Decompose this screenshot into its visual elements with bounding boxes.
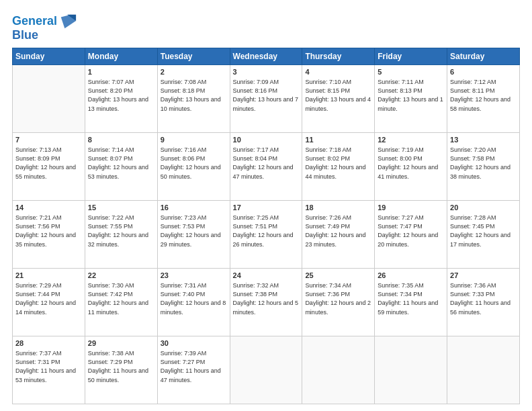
calendar-cell: 11Sunrise: 7:18 AMSunset: 8:02 PMDayligh… bbox=[302, 133, 375, 201]
cell-content: Sunrise: 7:08 AMSunset: 8:18 PMDaylight:… bbox=[161, 78, 227, 113]
calendar-cell: 8Sunrise: 7:14 AMSunset: 8:07 PMDaylight… bbox=[85, 133, 157, 201]
cell-content: Sunrise: 7:28 AMSunset: 7:45 PMDaylight:… bbox=[450, 214, 517, 248]
day-number: 25 bbox=[305, 271, 371, 281]
day-number: 9 bbox=[161, 135, 227, 145]
day-number: 2 bbox=[161, 67, 227, 77]
weekday-header-friday: Friday bbox=[375, 48, 447, 65]
calendar-cell: 14Sunrise: 7:21 AMSunset: 7:56 PMDayligh… bbox=[13, 201, 85, 269]
calendar-cell bbox=[375, 336, 447, 404]
week-row-3: 21Sunrise: 7:29 AMSunset: 7:44 PMDayligh… bbox=[13, 269, 520, 336]
weekday-header-saturday: Saturday bbox=[447, 48, 520, 65]
cell-content: Sunrise: 7:34 AMSunset: 7:36 PMDaylight:… bbox=[305, 281, 371, 316]
cell-content: Sunrise: 7:36 AMSunset: 7:33 PMDaylight:… bbox=[450, 281, 517, 316]
cell-content: Sunrise: 7:11 AMSunset: 8:13 PMDaylight:… bbox=[378, 78, 444, 113]
day-number: 5 bbox=[378, 67, 444, 77]
calendar-cell: 4Sunrise: 7:10 AMSunset: 8:15 PMDaylight… bbox=[302, 65, 375, 133]
cell-content: Sunrise: 7:38 AMSunset: 7:29 PMDaylight:… bbox=[88, 349, 154, 384]
logo: General Blue bbox=[12, 12, 77, 42]
calendar-cell: 27Sunrise: 7:36 AMSunset: 7:33 PMDayligh… bbox=[447, 269, 520, 336]
weekday-header-sunday: Sunday bbox=[13, 48, 85, 65]
cell-content: Sunrise: 7:14 AMSunset: 8:07 PMDaylight:… bbox=[88, 146, 154, 181]
day-number: 28 bbox=[15, 338, 82, 349]
cell-content: Sunrise: 7:21 AMSunset: 7:56 PMDaylight:… bbox=[15, 214, 82, 248]
weekday-header-wednesday: Wednesday bbox=[230, 48, 302, 65]
cell-content: Sunrise: 7:32 AMSunset: 7:38 PMDaylight:… bbox=[233, 281, 300, 316]
week-row-2: 14Sunrise: 7:21 AMSunset: 7:56 PMDayligh… bbox=[13, 201, 520, 269]
calendar-cell: 26Sunrise: 7:35 AMSunset: 7:34 PMDayligh… bbox=[375, 269, 447, 336]
cell-content: Sunrise: 7:27 AMSunset: 7:47 PMDaylight:… bbox=[378, 214, 444, 248]
cell-content: Sunrise: 7:20 AMSunset: 7:58 PMDaylight:… bbox=[450, 146, 517, 181]
day-number: 24 bbox=[233, 271, 300, 281]
cell-content: Sunrise: 7:23 AMSunset: 7:53 PMDaylight:… bbox=[161, 214, 227, 248]
weekday-header-tuesday: Tuesday bbox=[157, 48, 230, 65]
calendar-cell: 30Sunrise: 7:39 AMSunset: 7:27 PMDayligh… bbox=[157, 336, 230, 404]
cell-content: Sunrise: 7:12 AMSunset: 8:11 PMDaylight:… bbox=[450, 78, 517, 113]
cell-content: Sunrise: 7:10 AMSunset: 8:15 PMDaylight:… bbox=[305, 78, 371, 113]
cell-content: Sunrise: 7:29 AMSunset: 7:44 PMDaylight:… bbox=[15, 281, 82, 316]
calendar-cell: 7Sunrise: 7:13 AMSunset: 8:09 PMDaylight… bbox=[13, 133, 85, 201]
week-row-1: 7Sunrise: 7:13 AMSunset: 8:09 PMDaylight… bbox=[13, 133, 520, 201]
calendar-cell: 17Sunrise: 7:25 AMSunset: 7:51 PMDayligh… bbox=[230, 201, 302, 269]
weekday-header-thursday: Thursday bbox=[302, 48, 375, 65]
day-number: 4 bbox=[305, 67, 371, 77]
day-number: 11 bbox=[305, 135, 371, 145]
day-number: 10 bbox=[233, 135, 300, 145]
weekday-header-row: SundayMondayTuesdayWednesdayThursdayFrid… bbox=[13, 48, 520, 65]
cell-content: Sunrise: 7:13 AMSunset: 8:09 PMDaylight:… bbox=[15, 146, 82, 181]
calendar-cell: 25Sunrise: 7:34 AMSunset: 7:36 PMDayligh… bbox=[302, 269, 375, 336]
calendar-cell: 29Sunrise: 7:38 AMSunset: 7:29 PMDayligh… bbox=[85, 336, 157, 404]
calendar-cell bbox=[230, 336, 302, 404]
cell-content: Sunrise: 7:22 AMSunset: 7:55 PMDaylight:… bbox=[88, 214, 154, 248]
cell-content: Sunrise: 7:25 AMSunset: 7:51 PMDaylight:… bbox=[233, 214, 300, 248]
logo-general: General bbox=[12, 14, 57, 28]
calendar-cell: 1Sunrise: 7:07 AMSunset: 8:20 PMDaylight… bbox=[85, 65, 157, 133]
day-number: 14 bbox=[15, 203, 82, 213]
cell-content: Sunrise: 7:19 AMSunset: 8:00 PMDaylight:… bbox=[378, 146, 444, 181]
cell-content: Sunrise: 7:39 AMSunset: 7:27 PMDaylight:… bbox=[161, 349, 227, 384]
day-number: 23 bbox=[161, 271, 227, 281]
day-number: 18 bbox=[305, 203, 371, 213]
header: General Blue bbox=[12, 12, 520, 42]
day-number: 15 bbox=[88, 203, 154, 213]
calendar-cell: 6Sunrise: 7:12 AMSunset: 8:11 PMDaylight… bbox=[447, 65, 520, 133]
calendar-cell: 16Sunrise: 7:23 AMSunset: 7:53 PMDayligh… bbox=[157, 201, 230, 269]
week-row-0: 1Sunrise: 7:07 AMSunset: 8:20 PMDaylight… bbox=[13, 65, 520, 133]
day-number: 17 bbox=[233, 203, 300, 213]
day-number: 22 bbox=[88, 271, 154, 281]
day-number: 12 bbox=[378, 135, 444, 145]
day-number: 30 bbox=[161, 338, 227, 349]
day-number: 29 bbox=[88, 338, 154, 349]
day-number: 16 bbox=[161, 203, 227, 213]
logo-text: General bbox=[12, 15, 57, 28]
calendar-cell: 10Sunrise: 7:17 AMSunset: 8:04 PMDayligh… bbox=[230, 133, 302, 201]
calendar-cell: 18Sunrise: 7:26 AMSunset: 7:49 PMDayligh… bbox=[302, 201, 375, 269]
day-number: 26 bbox=[378, 271, 444, 281]
calendar-cell bbox=[447, 336, 520, 404]
calendar-cell: 22Sunrise: 7:30 AMSunset: 7:42 PMDayligh… bbox=[85, 269, 157, 336]
day-number: 3 bbox=[233, 67, 300, 77]
calendar-cell: 12Sunrise: 7:19 AMSunset: 8:00 PMDayligh… bbox=[375, 133, 447, 201]
calendar-cell: 15Sunrise: 7:22 AMSunset: 7:55 PMDayligh… bbox=[85, 201, 157, 269]
calendar-cell: 28Sunrise: 7:37 AMSunset: 7:31 PMDayligh… bbox=[13, 336, 85, 404]
cell-content: Sunrise: 7:16 AMSunset: 8:06 PMDaylight:… bbox=[161, 146, 227, 181]
cell-content: Sunrise: 7:31 AMSunset: 7:40 PMDaylight:… bbox=[161, 281, 227, 316]
day-number: 8 bbox=[88, 135, 154, 145]
day-number: 1 bbox=[88, 67, 154, 77]
week-row-4: 28Sunrise: 7:37 AMSunset: 7:31 PMDayligh… bbox=[13, 336, 520, 404]
calendar-cell: 19Sunrise: 7:27 AMSunset: 7:47 PMDayligh… bbox=[375, 201, 447, 269]
cell-content: Sunrise: 7:35 AMSunset: 7:34 PMDaylight:… bbox=[378, 281, 444, 316]
calendar-cell: 3Sunrise: 7:09 AMSunset: 8:16 PMDaylight… bbox=[230, 65, 302, 133]
calendar-table: SundayMondayTuesdayWednesdayThursdayFrid… bbox=[12, 48, 520, 404]
cell-content: Sunrise: 7:18 AMSunset: 8:02 PMDaylight:… bbox=[305, 146, 371, 181]
calendar-cell: 13Sunrise: 7:20 AMSunset: 7:58 PMDayligh… bbox=[447, 133, 520, 201]
page: General Blue SundayMondayTuesdayWednesda… bbox=[0, 0, 532, 411]
day-number: 21 bbox=[15, 271, 82, 281]
logo-icon bbox=[58, 12, 77, 31]
calendar-cell: 23Sunrise: 7:31 AMSunset: 7:40 PMDayligh… bbox=[157, 269, 230, 336]
cell-content: Sunrise: 7:26 AMSunset: 7:49 PMDaylight:… bbox=[305, 214, 371, 248]
calendar-cell bbox=[302, 336, 375, 404]
calendar-cell: 24Sunrise: 7:32 AMSunset: 7:38 PMDayligh… bbox=[230, 269, 302, 336]
cell-content: Sunrise: 7:09 AMSunset: 8:16 PMDaylight:… bbox=[233, 78, 300, 113]
cell-content: Sunrise: 7:30 AMSunset: 7:42 PMDaylight:… bbox=[88, 281, 154, 316]
calendar-cell: 20Sunrise: 7:28 AMSunset: 7:45 PMDayligh… bbox=[447, 201, 520, 269]
